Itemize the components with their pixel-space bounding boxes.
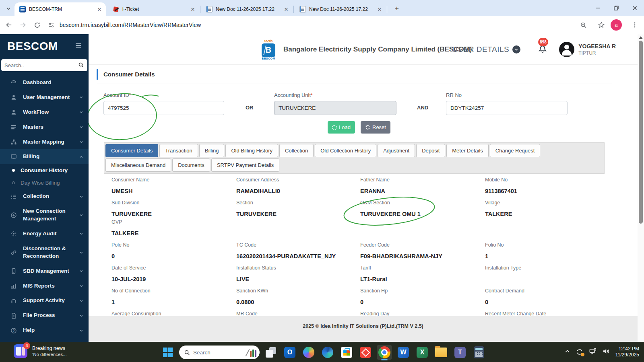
tab-transaction[interactable]: Transaction bbox=[159, 144, 198, 157]
sidebar-item-dashboard[interactable]: Dashboard bbox=[0, 75, 89, 90]
tab-meter-details[interactable]: Meter Details bbox=[446, 144, 489, 157]
chevron-down-icon bbox=[79, 213, 84, 218]
user-details-dropdown[interactable]: USER DETAILS bbox=[452, 45, 520, 54]
sidebar-item-file-process[interactable]: File Process bbox=[0, 308, 89, 323]
scrollbar-thumb[interactable] bbox=[639, 41, 643, 224]
tab-adjustment[interactable]: Adjustment bbox=[378, 144, 415, 157]
page-scrollbar[interactable] bbox=[638, 34, 644, 342]
detail-tabs: Consumer DetailsTransactionBillingOld Bi… bbox=[104, 142, 605, 174]
sidebar-item-masters[interactable]: Masters bbox=[0, 120, 89, 135]
tab-close-icon[interactable]: ✕ bbox=[96, 6, 103, 12]
sidebar-item-collection[interactable]: Collection bbox=[0, 189, 89, 204]
tray-clock[interactable]: 12:42 PM 11/29/2025 bbox=[615, 346, 639, 358]
tab-close-icon[interactable]: ✕ bbox=[376, 6, 383, 12]
sidebar-item-sbd-management[interactable]: SBD Management bbox=[0, 264, 89, 279]
sidebar-item-label: New Connection Management bbox=[23, 208, 79, 223]
page-title: Consumer Details bbox=[103, 71, 155, 78]
detail-field: O&M SectionTURUVEKERE OMU 1 bbox=[360, 200, 485, 218]
sync-status-dot bbox=[581, 353, 584, 356]
sidebar-subitem-day-wise-billing[interactable]: Day Wise Billing bbox=[0, 177, 89, 189]
tab-documents[interactable]: Documents bbox=[172, 158, 210, 172]
browser-tab-new-doc-11-26-2025-17-22-3[interactable]: New Doc 11-26-2025 17.22✕ bbox=[295, 2, 386, 16]
user-avatar[interactable] bbox=[559, 42, 574, 57]
back-icon[interactable] bbox=[4, 20, 14, 30]
tab-search-chevron-icon[interactable] bbox=[4, 4, 13, 13]
detail-field: No of Connection1 bbox=[111, 288, 236, 306]
reload-icon[interactable] bbox=[32, 20, 42, 30]
start-button[interactable] bbox=[160, 345, 175, 360]
or-label: OR bbox=[246, 105, 254, 111]
sidebar-item-energy-audit[interactable]: Energy Audit bbox=[0, 226, 89, 241]
account-id-field[interactable] bbox=[103, 101, 224, 115]
tab-srtpv-payment-details[interactable]: SRTPV Payment Details bbox=[211, 158, 279, 172]
tab-billing[interactable]: Billing bbox=[199, 144, 225, 157]
accounting-unit-field[interactable] bbox=[274, 101, 396, 115]
chrome-icon[interactable] bbox=[377, 345, 392, 360]
load-button[interactable]: Load bbox=[328, 121, 355, 134]
tray-network-icon[interactable] bbox=[589, 348, 597, 357]
field-label: Section bbox=[236, 200, 360, 206]
notification-bell-icon[interactable]: 898 bbox=[537, 43, 548, 56]
tab-old-billing-history[interactable]: Old Billing History bbox=[225, 144, 278, 157]
tab-collection[interactable]: Collection bbox=[279, 144, 314, 157]
widgets-button[interactable]: 4 Breaking news 'No differences... bbox=[14, 344, 67, 358]
taskbar-search-input[interactable] bbox=[193, 350, 233, 356]
field-value: 0.0800 bbox=[236, 298, 360, 306]
search-icon[interactable] bbox=[78, 62, 84, 70]
sidebar-item-workflow[interactable]: WorkFlow bbox=[0, 105, 89, 120]
bookmark-star-icon[interactable] bbox=[596, 20, 607, 30]
sidebar-search-input[interactable] bbox=[1, 59, 87, 71]
url-text[interactable]: bescom.trm.ieasybill.com/RRMasterView/RR… bbox=[60, 22, 201, 28]
outlook-icon[interactable]: O bbox=[282, 345, 297, 360]
tab-close-icon[interactable]: ✕ bbox=[190, 6, 196, 12]
browser-profile-avatar[interactable]: a bbox=[611, 19, 622, 31]
word-icon[interactable]: W bbox=[396, 345, 411, 360]
edge-icon[interactable] bbox=[320, 345, 335, 360]
sidebar-item-help[interactable]: ?Help bbox=[0, 323, 89, 338]
tab-close-icon[interactable]: ✕ bbox=[283, 6, 289, 12]
field-label: Sub Division bbox=[111, 200, 236, 206]
rr-no-field[interactable] bbox=[446, 101, 568, 115]
field-value: F09-BHADRIKASHRAMA-NJY bbox=[360, 252, 485, 260]
tray-chevron-up-icon[interactable] bbox=[564, 348, 570, 356]
browser-menu-kebab-icon[interactable] bbox=[630, 20, 640, 30]
window-restore-button[interactable] bbox=[607, 0, 625, 16]
file-explorer-icon[interactable] bbox=[433, 345, 449, 360]
tray-sync-icon[interactable] bbox=[576, 348, 583, 356]
taskbar-search[interactable] bbox=[179, 346, 260, 359]
zoom-icon[interactable] bbox=[578, 20, 588, 30]
excel-icon[interactable]: X bbox=[415, 345, 430, 360]
sidebar-item-mis-reports[interactable]: MIS Reports bbox=[0, 279, 89, 294]
forward-icon[interactable] bbox=[18, 20, 28, 30]
field-label: TC Code bbox=[236, 242, 360, 248]
tab-miscellaneous-demand[interactable]: Miscellaneous Demand bbox=[105, 158, 171, 172]
tab-old-collection-history[interactable]: Old Collection History bbox=[315, 144, 376, 157]
store-icon[interactable] bbox=[339, 345, 354, 360]
tab-change-request[interactable]: Change Request bbox=[490, 144, 541, 157]
browser-tab-new-doc-11-26-2025-17-22-2[interactable]: New Doc 11-26-2025 17.22✕ bbox=[201, 2, 293, 16]
sidebar-item-master-mapping[interactable]: Master Mapping bbox=[0, 135, 89, 150]
site-info-icon[interactable] bbox=[46, 20, 56, 30]
teams-icon[interactable]: T bbox=[452, 345, 468, 360]
hamburger-menu-icon[interactable] bbox=[75, 42, 82, 51]
reset-button[interactable]: Reset bbox=[361, 121, 390, 134]
window-close-button[interactable] bbox=[625, 0, 644, 16]
window-minimize-button[interactable] bbox=[588, 0, 607, 16]
sidebar-item-support-activity[interactable]: Support Activity bbox=[0, 293, 89, 308]
tab-deposit[interactable]: Deposit bbox=[416, 144, 445, 157]
new-tab-button[interactable]: + bbox=[392, 4, 401, 13]
calculator-icon[interactable] bbox=[471, 345, 487, 360]
sidebar-item-new-connection-management[interactable]: New Connection Management bbox=[0, 204, 89, 226]
scrollbar-up-arrow[interactable] bbox=[639, 36, 643, 39]
tray-volume-icon[interactable] bbox=[602, 348, 610, 357]
anydesk-icon[interactable] bbox=[358, 345, 373, 360]
task-view-icon[interactable] bbox=[263, 345, 279, 360]
sidebar-item-disconnection-reconnection[interactable]: Disconnection & Reconnection bbox=[0, 241, 89, 264]
browser-tab-i-ticket-1[interactable]: i~Ticket✕ bbox=[108, 2, 199, 16]
sidebar-item-billing[interactable]: Billing bbox=[0, 149, 89, 164]
copilot-icon[interactable] bbox=[301, 345, 316, 360]
sidebar-item-user-management[interactable]: User Management bbox=[0, 90, 89, 105]
tab-consumer-details[interactable]: Consumer Details bbox=[105, 144, 158, 157]
sidebar-subitem-consumer-history[interactable]: Consumer History bbox=[0, 164, 89, 177]
browser-tab-bescom-trm-0[interactable]: BESCOM-TRM✕ bbox=[14, 2, 106, 16]
